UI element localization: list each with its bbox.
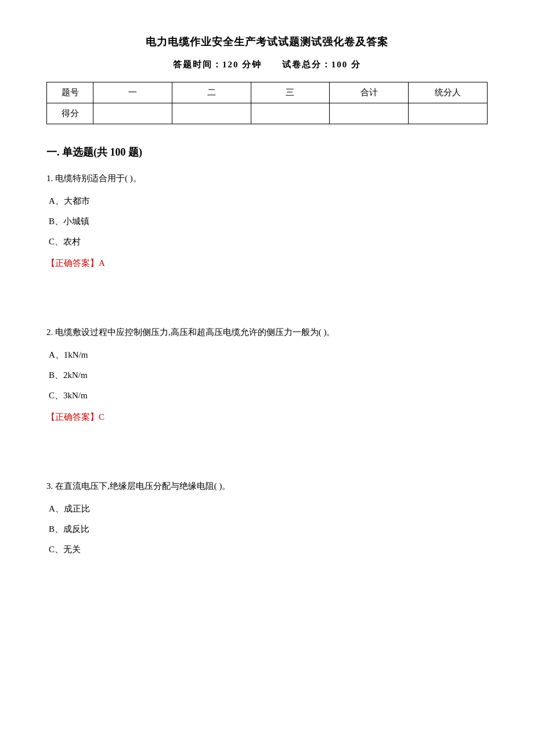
answer-1: 【正确答案】A [46, 258, 488, 269]
score-table: 题号 一 二 三 合计 统分人 得分 [46, 82, 488, 124]
option-2c: C、3kN/m [49, 388, 488, 404]
question-text-1: 1. 电缆特别适合用于( )。 [46, 171, 488, 186]
score-3 [251, 103, 330, 124]
option-2b: B、2kN/m [49, 368, 488, 383]
question-text-2: 2. 电缆敷设过程中应控制侧压力,高压和超高压电缆允许的侧压力一般为( )。 [46, 325, 488, 340]
score-2 [172, 103, 251, 124]
question-block-2: 2. 电缆敷设过程中应控制侧压力,高压和超高压电缆允许的侧压力一般为( )。 A… [46, 325, 488, 423]
page-title: 电力电缆作业安全生产考试试题测试强化卷及答案 [46, 35, 488, 49]
option-2a: A、1kN/m [49, 347, 488, 363]
score-1 [93, 103, 172, 124]
option-1c: C、农村 [49, 234, 488, 250]
option-1a: A、大都市 [49, 193, 488, 209]
answer-value-1: A [99, 258, 105, 268]
question-text-3: 3. 在直流电压下,绝缘层电压分配与绝缘电阻( )。 [46, 478, 488, 494]
subtitle-time: 答题时间：120 分钟 [173, 60, 262, 69]
option-3b: B、成反比 [49, 521, 488, 537]
col-header-1: 一 [93, 82, 172, 103]
subtitle-score: 试卷总分：100 分 [282, 60, 361, 69]
score-grader [409, 103, 488, 124]
score-label: 得分 [47, 103, 93, 124]
score-total [330, 103, 409, 124]
section1-title: 一. 单选题(共 100 题) [46, 145, 488, 159]
col-header-0: 题号 [47, 82, 93, 103]
option-3a: A、成正比 [49, 501, 488, 517]
col-header-4: 合计 [330, 82, 409, 103]
col-header-2: 二 [172, 82, 251, 103]
table-score-row: 得分 [47, 103, 488, 124]
answer-label-1: 【正确答案】 [46, 258, 99, 268]
table-header-row: 题号 一 二 三 合计 统分人 [47, 82, 488, 103]
question-block-1: 1. 电缆特别适合用于( )。 A、大都市 B、小城镇 C、农村 【正确答案】A [46, 171, 488, 269]
answer-value-2: C [99, 412, 104, 422]
question-block-3: 3. 在直流电压下,绝缘层电压分配与绝缘电阻( )。 A、成正比 B、成反比 C… [46, 478, 488, 557]
option-1b: B、小城镇 [49, 214, 488, 229]
option-3c: C、无关 [49, 542, 488, 557]
col-header-5: 统分人 [409, 82, 488, 103]
col-header-3: 三 [251, 82, 330, 103]
subtitle-row: 答题时间：120 分钟 试卷总分：100 分 [46, 59, 488, 70]
answer-2: 【正确答案】C [46, 412, 488, 423]
answer-label-2: 【正确答案】 [46, 412, 99, 422]
